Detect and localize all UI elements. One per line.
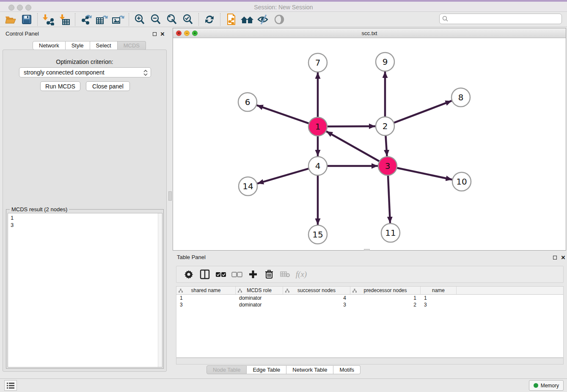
graph-edge-3-10[interactable]: [397, 168, 452, 180]
function-builder-button: f(x): [293, 267, 309, 282]
table-panel-close-button[interactable]: ✕: [560, 254, 566, 260]
run-mcds-button[interactable]: Run MCDS: [40, 81, 80, 91]
tab-select[interactable]: Select: [90, 41, 118, 50]
delete-column-button[interactable]: [261, 267, 277, 282]
zoom-in-icon: [134, 14, 146, 25]
network-resize-grip[interactable]: [364, 249, 370, 251]
mcds-result-groupbox: MCDS result (2 nodes) 1 3: [6, 209, 164, 369]
result-scrollbar[interactable]: [158, 213, 162, 367]
float-icon: [553, 256, 557, 259]
checked-boxes-icon: [215, 272, 226, 277]
graph-node-label-11: 11: [385, 228, 396, 238]
cell-mcds-role: dominator: [236, 301, 283, 308]
toggle-column-panel-button[interactable]: [197, 267, 213, 282]
import-table-button[interactable]: [56, 13, 72, 26]
export-image-button[interactable]: [110, 13, 126, 26]
close-panel-button[interactable]: Close panel: [86, 81, 130, 91]
close-icon: ✕: [561, 255, 566, 260]
tab-edge-table[interactable]: Edge Table: [247, 365, 286, 374]
gear-icon: [184, 270, 193, 279]
table-horizontal-scrollbar[interactable]: [176, 358, 564, 364]
delete-table-button: [277, 267, 293, 282]
graph-edge-3-1[interactable]: [326, 131, 380, 161]
trash-icon: [265, 270, 273, 279]
cell-name: 3: [421, 301, 457, 308]
export-table-button[interactable]: [94, 13, 110, 26]
column-header-name[interactable]: name: [421, 287, 457, 294]
zoom-fit-button[interactable]: [164, 13, 180, 26]
table-panel-title: Table Panel: [177, 254, 206, 260]
graph-edge-2-8[interactable]: [394, 101, 452, 123]
clone-network-button[interactable]: [223, 13, 239, 26]
select-all-columns-button[interactable]: [213, 267, 229, 282]
panel-divider-grip[interactable]: [168, 191, 172, 201]
graph-node-label-14: 14: [242, 181, 253, 191]
tab-style[interactable]: Style: [66, 41, 90, 50]
open-session-button[interactable]: [3, 13, 19, 26]
tab-node-table[interactable]: Node Table: [206, 365, 247, 374]
table-tabs: Node Table Edge Table Network Table Moti…: [0, 365, 567, 376]
control-panel-close-button[interactable]: ✕: [160, 31, 165, 37]
cell-successor-nodes: 3: [283, 301, 350, 308]
control-panel-float-button[interactable]: [151, 31, 157, 37]
column-header-predecessor-nodes[interactable]: predecessor nodes: [350, 287, 421, 294]
table-panel-float-button[interactable]: [552, 254, 558, 260]
toolbar-separator: [198, 13, 199, 26]
app-titlebar: Session: New Session: [0, 0, 567, 12]
graph-node-label-6: 6: [245, 97, 250, 107]
export-table-icon: [96, 14, 108, 25]
table-settings-button[interactable]: [181, 267, 197, 282]
table-row[interactable]: 3 dominator 3 2 3: [176, 301, 563, 308]
tab-network-table[interactable]: Network Table: [286, 365, 333, 374]
cell-predecessor-nodes: 1: [350, 295, 421, 301]
graph-edge-2-3[interactable]: [385, 135, 387, 156]
graph-edge-3-11[interactable]: [388, 175, 390, 223]
fx-icon: f(x): [296, 270, 307, 279]
import-network-icon: [42, 14, 54, 25]
column-header-mcds-role[interactable]: MCDS role: [236, 287, 283, 294]
task-history-button[interactable]: [4, 380, 17, 391]
cell-shared-name: 3: [176, 301, 236, 308]
graph-node-label-15: 15: [312, 229, 323, 240]
chevron-updown-icon: [143, 69, 149, 76]
network-window-titlebar[interactable]: ✕ – + scc.txt: [173, 28, 566, 38]
create-column-button[interactable]: [245, 267, 261, 282]
zoom-in-button[interactable]: [132, 13, 148, 26]
memory-button[interactable]: Memory: [529, 380, 564, 391]
optimization-criterion-select[interactable]: strongly connected component: [19, 67, 151, 77]
unselect-all-columns-button[interactable]: [229, 267, 245, 282]
graph-edge-4-14[interactable]: [257, 168, 309, 183]
tab-motifs[interactable]: Motifs: [333, 365, 361, 374]
memory-status-icon: [534, 383, 538, 388]
column-header-shared-name[interactable]: shared name: [176, 287, 236, 294]
export-network-button[interactable]: [78, 13, 94, 26]
table-row[interactable]: 1 dominator 4 1 1: [176, 295, 563, 301]
import-network-button[interactable]: [40, 13, 56, 26]
node-table: shared name MCDS role successor nodes pr…: [176, 286, 564, 358]
column-header-successor-nodes[interactable]: successor nodes: [283, 287, 350, 294]
graph-node-label-2: 2: [383, 121, 388, 131]
style-preview-button[interactable]: [255, 13, 271, 26]
cell-successor-nodes: 4: [283, 295, 350, 301]
save-session-button[interactable]: [19, 13, 35, 26]
mcds-result-textarea[interactable]: 1 3: [8, 213, 162, 367]
table-toolbar: f(x): [176, 266, 564, 283]
search-box[interactable]: [439, 14, 562, 24]
apply-layout-button[interactable]: [201, 13, 217, 26]
tab-mcds[interactable]: MCDS: [118, 41, 146, 50]
column-type-icon: [238, 289, 242, 293]
zoom-selected-button[interactable]: [180, 13, 196, 26]
mcds-result-title: MCDS result (2 nodes): [10, 206, 69, 213]
graph-edge-1-2[interactable]: [327, 126, 375, 127]
columns-icon: [200, 269, 210, 279]
zoom-out-icon: [150, 14, 162, 25]
zoom-out-button[interactable]: [148, 13, 164, 26]
unchecked-boxes-icon: [231, 272, 242, 277]
home-button[interactable]: [239, 13, 255, 26]
search-input[interactable]: [449, 15, 561, 23]
network-graph-canvas[interactable]: 7968124314101511: [173, 38, 566, 250]
show-hide-panel-button[interactable]: [271, 13, 287, 26]
graph-edge-1-6[interactable]: [257, 105, 309, 124]
tab-network[interactable]: Network: [33, 41, 66, 50]
cell-predecessor-nodes: 2: [350, 301, 421, 308]
